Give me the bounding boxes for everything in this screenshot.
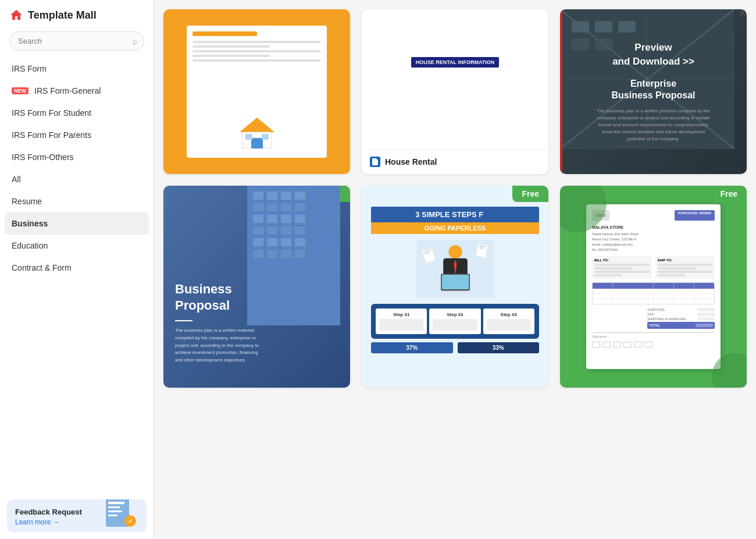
svg-marker-7 <box>240 118 274 132</box>
sidebar-item-label: IRS Form-General <box>34 86 101 95</box>
form-line <box>192 59 321 62</box>
svg-rect-42 <box>295 238 305 246</box>
close-button[interactable]: ✕ <box>738 8 747 19</box>
table-header <box>593 283 714 289</box>
sidebar: Template Mall ⌕ IRS Form NEW IRS Form-Ge… <box>0 0 154 539</box>
ship-to-section: SHIP TO: <box>655 256 715 279</box>
main-content: — ✕ <box>154 0 756 539</box>
paperless-steps: Step 01 Step 02 Step 03 <box>371 304 539 339</box>
template-thumbnail: Previewand Download >> EnterpriseBusines… <box>560 9 747 174</box>
hr-signature-area <box>453 112 458 121</box>
form-preview <box>187 26 327 157</box>
svg-rect-23 <box>253 192 263 200</box>
paperless-subheading: GOING PAPERLESS <box>371 222 539 234</box>
order-table <box>592 282 715 304</box>
preview-label: Previewand Download >> <box>595 41 712 69</box>
checkbox <box>634 342 642 347</box>
template-card-business-proposal-blue[interactable]: Free <box>163 186 350 388</box>
table-row <box>593 294 714 299</box>
sidebar-item-label: Business <box>12 219 48 228</box>
subtotal-row: SUBTOTAL <box>647 308 715 311</box>
search-container: ⌕ <box>9 31 144 51</box>
feedback-learn-more[interactable]: Learn more → <box>15 518 82 526</box>
pct-1: 37% <box>371 342 453 353</box>
paperless-content: 3 SIMPLE STEPS FOR GOING PAPERLESS <box>371 207 539 234</box>
svg-rect-3 <box>108 510 122 512</box>
form-two-col: BILL TO: SHIP TO: <box>592 256 715 279</box>
svg-point-48 <box>448 245 462 258</box>
signature-line: Signature <box>592 332 715 338</box>
bp-description: The business plan is a written material … <box>175 327 265 364</box>
search-input[interactable] <box>9 31 144 51</box>
template-card-cute-purple-quote[interactable]: Free LOGO PURCHASE ORDER MALAYA STORE Sw… <box>560 186 747 388</box>
svg-rect-35 <box>253 226 263 235</box>
svg-rect-34 <box>295 215 305 223</box>
enterprise-desc: The business plan is a written protocol … <box>595 108 712 143</box>
template-thumbnail <box>163 9 350 174</box>
form-line <box>192 50 321 52</box>
checkbox <box>623 342 632 347</box>
sidebar-item-education[interactable]: Education <box>0 235 154 257</box>
step-3: Step 03 <box>483 308 534 334</box>
minimize-button[interactable]: — <box>719 8 730 19</box>
form-top-fields <box>448 19 462 48</box>
svg-rect-29 <box>281 203 291 211</box>
svg-rect-38 <box>295 226 305 235</box>
svg-rect-28 <box>267 203 277 211</box>
window-controls: — ✕ <box>719 8 747 19</box>
red-accent-bar <box>560 9 562 174</box>
feedback-title: Feedback Request <box>15 508 82 516</box>
company-name: MALAYA STORE <box>592 225 715 229</box>
svg-rect-41 <box>281 238 291 246</box>
sidebar-item-irs-form-student[interactable]: IRS Form For Student <box>0 102 154 124</box>
home-icon <box>9 8 23 22</box>
bp-text-content: BusinessProposal The business plan is a … <box>175 281 338 364</box>
free-badge: Free <box>512 186 548 202</box>
svg-text:✓: ✓ <box>128 518 133 524</box>
template-card-house-rental[interactable]: HOUSE RENTAL INFORMATION <box>362 9 548 174</box>
checkbox-row <box>592 342 715 347</box>
form-header-line <box>192 31 256 36</box>
sidebar-item-irs-form[interactable]: IRS Form <box>0 58 154 80</box>
template-thumbnail: Free LOGO PURCHASE ORDER MALAYA STORE Sw… <box>560 186 747 388</box>
svg-rect-24 <box>267 192 277 200</box>
table-row <box>593 299 714 304</box>
template-thumbnail: Free 3 SIMPLE STEPS FOR GOING PAPERLESS <box>362 186 548 388</box>
sidebar-item-resume[interactable]: Resume <box>0 190 154 212</box>
svg-rect-2 <box>108 506 120 508</box>
svg-rect-33 <box>281 215 291 223</box>
sidebar-item-label: IRS Form-Others <box>12 153 74 162</box>
svg-rect-39 <box>253 238 263 246</box>
svg-rect-37 <box>281 226 291 235</box>
svg-rect-26 <box>295 192 305 200</box>
sidebar-item-label: IRS Form For Student <box>12 108 91 118</box>
preview-overlay: Previewand Download >> EnterpriseBusines… <box>595 41 712 143</box>
step-2: Step 02 <box>429 308 480 334</box>
feedback-banner: Feedback Request Learn more → ✓ <box>7 499 147 532</box>
sidebar-header: Template Mall <box>0 0 154 28</box>
sidebar-nav: IRS Form NEW IRS Form-General IRS Form F… <box>0 58 154 492</box>
free-badge: Free <box>711 186 747 202</box>
total-row: TOTAL <box>647 322 715 329</box>
tax-row: TAX <box>647 313 715 316</box>
sidebar-item-irs-form-parents[interactable]: IRS Form For Parents <box>0 124 154 146</box>
sidebar-item-contract-form[interactable]: Contract & Form <box>0 257 154 279</box>
purchase-order-form: LOGO PURCHASE ORDER MALAYA STORE Sweet b… <box>586 204 721 370</box>
enterprise-title: EnterpriseBusiness Proposal <box>595 78 712 102</box>
svg-rect-36 <box>267 226 277 235</box>
template-card-steps-paperless[interactable]: Free 3 SIMPLE STEPS FOR GOING PAPERLESS <box>362 186 548 388</box>
person-figure <box>409 240 502 298</box>
sidebar-item-business[interactable]: Business <box>5 212 149 235</box>
table-row <box>593 289 714 294</box>
sidebar-item-irs-form-general[interactable]: NEW IRS Form-General <box>0 80 154 102</box>
sidebar-item-label: Contract & Form <box>12 263 72 272</box>
svg-rect-52 <box>441 275 469 289</box>
svg-rect-43 <box>253 250 263 258</box>
new-badge: NEW <box>12 87 28 94</box>
sidebar-item-all[interactable]: All <box>0 168 154 190</box>
svg-rect-27 <box>253 203 263 211</box>
svg-rect-32 <box>267 215 277 223</box>
template-card-chococo-house-rental[interactable]: Chococo House Rental <box>163 9 350 174</box>
template-card-business-proposal-dark[interactable]: Previewand Download >> EnterpriseBusines… <box>560 9 747 174</box>
sidebar-item-irs-form-others[interactable]: IRS Form-Others <box>0 146 154 168</box>
